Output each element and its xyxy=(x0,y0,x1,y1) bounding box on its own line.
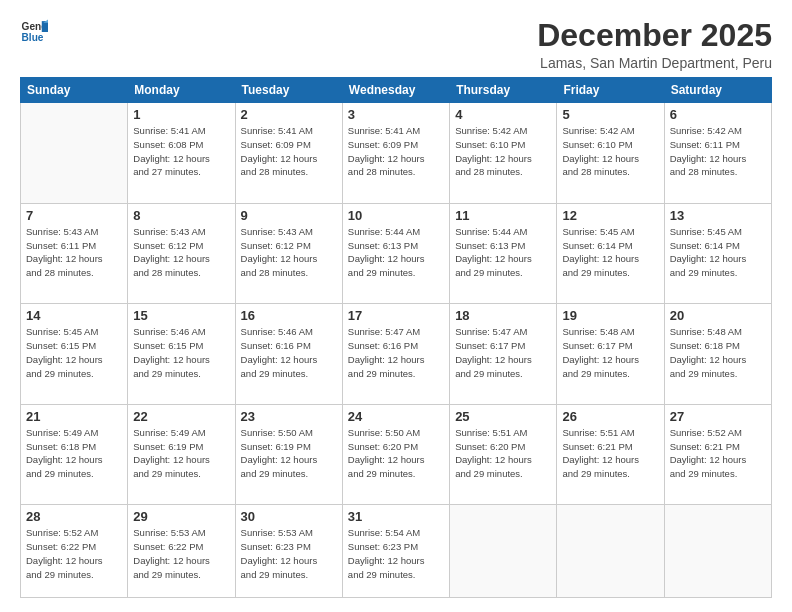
day-number: 14 xyxy=(26,308,122,323)
day-number: 20 xyxy=(670,308,766,323)
table-row: 10Sunrise: 5:44 AMSunset: 6:13 PMDayligh… xyxy=(342,203,449,304)
table-row: 19Sunrise: 5:48 AMSunset: 6:17 PMDayligh… xyxy=(557,304,664,405)
day-info: Sunrise: 5:44 AMSunset: 6:13 PMDaylight:… xyxy=(348,225,444,280)
day-number: 25 xyxy=(455,409,551,424)
day-number: 28 xyxy=(26,509,122,524)
subtitle: Lamas, San Martin Department, Peru xyxy=(537,55,772,71)
table-row: 9Sunrise: 5:43 AMSunset: 6:12 PMDaylight… xyxy=(235,203,342,304)
table-row: 15Sunrise: 5:46 AMSunset: 6:15 PMDayligh… xyxy=(128,304,235,405)
title-block: December 2025 Lamas, San Martin Departme… xyxy=(537,18,772,71)
day-info: Sunrise: 5:42 AMSunset: 6:11 PMDaylight:… xyxy=(670,124,766,179)
table-row: 8Sunrise: 5:43 AMSunset: 6:12 PMDaylight… xyxy=(128,203,235,304)
day-info: Sunrise: 5:50 AMSunset: 6:19 PMDaylight:… xyxy=(241,426,337,481)
day-number: 10 xyxy=(348,208,444,223)
table-row: 30Sunrise: 5:53 AMSunset: 6:23 PMDayligh… xyxy=(235,505,342,598)
table-row: 24Sunrise: 5:50 AMSunset: 6:20 PMDayligh… xyxy=(342,404,449,505)
logo-icon: General Blue xyxy=(20,18,48,46)
day-number: 4 xyxy=(455,107,551,122)
table-row: 17Sunrise: 5:47 AMSunset: 6:16 PMDayligh… xyxy=(342,304,449,405)
day-info: Sunrise: 5:42 AMSunset: 6:10 PMDaylight:… xyxy=(562,124,658,179)
header: General Blue December 2025 Lamas, San Ma… xyxy=(20,18,772,71)
day-info: Sunrise: 5:43 AMSunset: 6:12 PMDaylight:… xyxy=(241,225,337,280)
day-info: Sunrise: 5:46 AMSunset: 6:16 PMDaylight:… xyxy=(241,325,337,380)
header-thursday: Thursday xyxy=(450,78,557,103)
day-info: Sunrise: 5:53 AMSunset: 6:22 PMDaylight:… xyxy=(133,526,229,581)
day-number: 16 xyxy=(241,308,337,323)
table-row: 1Sunrise: 5:41 AMSunset: 6:08 PMDaylight… xyxy=(128,103,235,204)
day-info: Sunrise: 5:48 AMSunset: 6:17 PMDaylight:… xyxy=(562,325,658,380)
day-number: 11 xyxy=(455,208,551,223)
table-row xyxy=(450,505,557,598)
day-info: Sunrise: 5:48 AMSunset: 6:18 PMDaylight:… xyxy=(670,325,766,380)
day-number: 29 xyxy=(133,509,229,524)
table-row: 28Sunrise: 5:52 AMSunset: 6:22 PMDayligh… xyxy=(21,505,128,598)
day-info: Sunrise: 5:44 AMSunset: 6:13 PMDaylight:… xyxy=(455,225,551,280)
day-info: Sunrise: 5:43 AMSunset: 6:11 PMDaylight:… xyxy=(26,225,122,280)
table-row: 23Sunrise: 5:50 AMSunset: 6:19 PMDayligh… xyxy=(235,404,342,505)
svg-marker-2 xyxy=(42,21,48,32)
day-info: Sunrise: 5:41 AMSunset: 6:08 PMDaylight:… xyxy=(133,124,229,179)
day-number: 8 xyxy=(133,208,229,223)
day-number: 13 xyxy=(670,208,766,223)
day-number: 9 xyxy=(241,208,337,223)
day-number: 5 xyxy=(562,107,658,122)
table-row: 7Sunrise: 5:43 AMSunset: 6:11 PMDaylight… xyxy=(21,203,128,304)
header-wednesday: Wednesday xyxy=(342,78,449,103)
logo: General Blue xyxy=(20,18,48,46)
day-info: Sunrise: 5:47 AMSunset: 6:17 PMDaylight:… xyxy=(455,325,551,380)
day-info: Sunrise: 5:46 AMSunset: 6:15 PMDaylight:… xyxy=(133,325,229,380)
header-tuesday: Tuesday xyxy=(235,78,342,103)
day-info: Sunrise: 5:50 AMSunset: 6:20 PMDaylight:… xyxy=(348,426,444,481)
header-friday: Friday xyxy=(557,78,664,103)
table-row xyxy=(664,505,771,598)
day-info: Sunrise: 5:45 AMSunset: 6:14 PMDaylight:… xyxy=(562,225,658,280)
day-info: Sunrise: 5:41 AMSunset: 6:09 PMDaylight:… xyxy=(241,124,337,179)
table-row: 16Sunrise: 5:46 AMSunset: 6:16 PMDayligh… xyxy=(235,304,342,405)
table-row: 21Sunrise: 5:49 AMSunset: 6:18 PMDayligh… xyxy=(21,404,128,505)
day-info: Sunrise: 5:45 AMSunset: 6:15 PMDaylight:… xyxy=(26,325,122,380)
day-number: 1 xyxy=(133,107,229,122)
day-number: 23 xyxy=(241,409,337,424)
day-number: 3 xyxy=(348,107,444,122)
day-info: Sunrise: 5:45 AMSunset: 6:14 PMDaylight:… xyxy=(670,225,766,280)
calendar-table: Sunday Monday Tuesday Wednesday Thursday… xyxy=(20,77,772,598)
table-row xyxy=(21,103,128,204)
day-number: 18 xyxy=(455,308,551,323)
day-info: Sunrise: 5:54 AMSunset: 6:23 PMDaylight:… xyxy=(348,526,444,581)
table-row: 22Sunrise: 5:49 AMSunset: 6:19 PMDayligh… xyxy=(128,404,235,505)
page: General Blue December 2025 Lamas, San Ma… xyxy=(0,0,792,612)
day-number: 17 xyxy=(348,308,444,323)
day-number: 22 xyxy=(133,409,229,424)
table-row xyxy=(557,505,664,598)
table-row: 4Sunrise: 5:42 AMSunset: 6:10 PMDaylight… xyxy=(450,103,557,204)
day-number: 6 xyxy=(670,107,766,122)
table-row: 5Sunrise: 5:42 AMSunset: 6:10 PMDaylight… xyxy=(557,103,664,204)
table-row: 27Sunrise: 5:52 AMSunset: 6:21 PMDayligh… xyxy=(664,404,771,505)
day-info: Sunrise: 5:51 AMSunset: 6:20 PMDaylight:… xyxy=(455,426,551,481)
day-number: 26 xyxy=(562,409,658,424)
day-number: 24 xyxy=(348,409,444,424)
main-title: December 2025 xyxy=(537,18,772,53)
day-info: Sunrise: 5:47 AMSunset: 6:16 PMDaylight:… xyxy=(348,325,444,380)
day-number: 19 xyxy=(562,308,658,323)
day-info: Sunrise: 5:41 AMSunset: 6:09 PMDaylight:… xyxy=(348,124,444,179)
table-row: 26Sunrise: 5:51 AMSunset: 6:21 PMDayligh… xyxy=(557,404,664,505)
day-number: 15 xyxy=(133,308,229,323)
day-number: 30 xyxy=(241,509,337,524)
day-info: Sunrise: 5:49 AMSunset: 6:19 PMDaylight:… xyxy=(133,426,229,481)
table-row: 25Sunrise: 5:51 AMSunset: 6:20 PMDayligh… xyxy=(450,404,557,505)
day-number: 27 xyxy=(670,409,766,424)
table-row: 12Sunrise: 5:45 AMSunset: 6:14 PMDayligh… xyxy=(557,203,664,304)
day-number: 31 xyxy=(348,509,444,524)
table-row: 6Sunrise: 5:42 AMSunset: 6:11 PMDaylight… xyxy=(664,103,771,204)
table-row: 13Sunrise: 5:45 AMSunset: 6:14 PMDayligh… xyxy=(664,203,771,304)
day-info: Sunrise: 5:52 AMSunset: 6:21 PMDaylight:… xyxy=(670,426,766,481)
table-row: 14Sunrise: 5:45 AMSunset: 6:15 PMDayligh… xyxy=(21,304,128,405)
svg-text:Blue: Blue xyxy=(22,32,44,43)
table-row: 31Sunrise: 5:54 AMSunset: 6:23 PMDayligh… xyxy=(342,505,449,598)
table-row: 3Sunrise: 5:41 AMSunset: 6:09 PMDaylight… xyxy=(342,103,449,204)
day-info: Sunrise: 5:53 AMSunset: 6:23 PMDaylight:… xyxy=(241,526,337,581)
header-saturday: Saturday xyxy=(664,78,771,103)
calendar-header-row: Sunday Monday Tuesday Wednesday Thursday… xyxy=(21,78,772,103)
header-monday: Monday xyxy=(128,78,235,103)
